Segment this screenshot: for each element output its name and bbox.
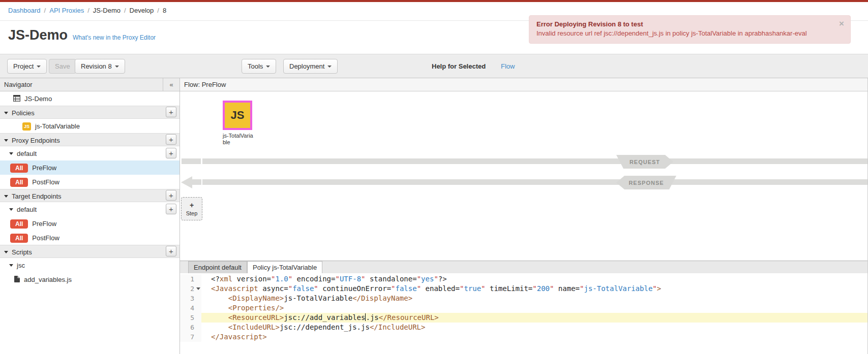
code-text: <ResourceURL>jsc://add_variables.js</Res… bbox=[201, 313, 439, 323]
code-lines[interactable]: 1<?xml version="1.0" encoding="UTF-8" st… bbox=[180, 273, 867, 354]
flow-header: Flow: PreFlow bbox=[180, 78, 867, 91]
sidebar-item-proxy-default[interactable]: default+ bbox=[0, 146, 179, 160]
code-line-3[interactable]: 3 <DisplayName>js-TotalVariable</Display… bbox=[180, 294, 867, 303]
code-line-5[interactable]: 5 <ResourceURL>jsc://add_variables.js</R… bbox=[180, 313, 867, 323]
code-text: <IncludeURL>jsc://dependent_js.js</Inclu… bbox=[201, 323, 425, 332]
toast-message: Invalid resource url ref jsc://dependent… bbox=[536, 29, 833, 38]
error-toast: Error Deploying Revision 8 to test Inval… bbox=[529, 15, 851, 44]
request-ribbon: REQUEST bbox=[616, 155, 673, 169]
tab-policy-js-totalvariable[interactable]: Policy js-TotalVariable bbox=[247, 261, 322, 273]
add-button[interactable]: + bbox=[166, 204, 176, 214]
line-number: 5 bbox=[180, 313, 201, 323]
js-badge: JS bbox=[22, 122, 31, 131]
page-title: JS-Demo bbox=[8, 27, 68, 43]
add-step-button[interactable]: + Step bbox=[181, 197, 202, 220]
sidebar-item-target-endpoints[interactable]: Target Endpoints+ bbox=[0, 189, 179, 202]
flow-canvas: JS js-TotalVariable REQUEST RESPONSE + S… bbox=[180, 91, 867, 261]
sidebar-item-label: add_variables.js bbox=[24, 276, 72, 283]
sidebar-item-policy-js-totalvariable[interactable]: JSjs-TotalVariable bbox=[0, 119, 179, 133]
sidebar-item-scripts[interactable]: Scripts+ bbox=[0, 245, 179, 258]
project-button[interactable]: Project bbox=[7, 59, 47, 74]
deployment-button[interactable]: Deployment bbox=[283, 59, 338, 74]
toast-title: Error Deploying Revision 8 to test bbox=[536, 20, 833, 28]
policy-node-label: js-TotalVariable bbox=[223, 133, 253, 146]
caret-down-icon[interactable] bbox=[4, 195, 8, 198]
code-line-1[interactable]: 1<?xml version="1.0" encoding="UTF-8" st… bbox=[180, 274, 867, 284]
code-line-2[interactable]: 2<Javascript async="false" continueOnErr… bbox=[180, 284, 867, 294]
fold-caret-icon[interactable] bbox=[196, 287, 200, 290]
sidebar-item-target-postflow[interactable]: AllPostFlow bbox=[0, 231, 179, 245]
caret-down-icon[interactable] bbox=[9, 152, 13, 155]
sidebar-item-label: PostFlow bbox=[32, 178, 59, 186]
response-lane bbox=[202, 179, 867, 185]
caret-down-icon[interactable] bbox=[4, 139, 8, 142]
code-line-7[interactable]: 7</Javascript> bbox=[180, 332, 867, 342]
top-accent-bar bbox=[0, 0, 868, 2]
step-label: Step bbox=[186, 210, 198, 216]
all-badge: All bbox=[10, 219, 28, 229]
close-icon[interactable]: × bbox=[839, 20, 844, 27]
all-badge: All bbox=[10, 234, 28, 243]
caret-down-icon[interactable] bbox=[4, 251, 8, 253]
code-line-6[interactable]: 6 <IncludeURL>jsc://dependent_js.js</Inc… bbox=[180, 323, 867, 332]
line-number: 6 bbox=[180, 323, 201, 332]
caret-down-icon bbox=[327, 66, 332, 68]
main-panel: Flow: PreFlow JS js-TotalVariable REQUES… bbox=[180, 78, 868, 354]
save-button[interactable]: Save bbox=[49, 59, 76, 74]
breadcrumb-item-8: 8 bbox=[163, 7, 166, 14]
line-number: 4 bbox=[180, 303, 201, 313]
sidebar-item-add-variables-js[interactable]: add_variables.js bbox=[0, 272, 179, 286]
request-lane-stub bbox=[182, 158, 201, 164]
breadcrumb-separator: / bbox=[124, 7, 126, 14]
policy-node-js-totalvariable[interactable]: JS js-TotalVariable bbox=[223, 101, 252, 146]
sidebar-item-target-default[interactable]: default+ bbox=[0, 202, 179, 216]
sidebar-item-label: Scripts bbox=[12, 248, 32, 256]
request-lane bbox=[202, 158, 867, 164]
breadcrumb-item-dashboard[interactable]: Dashboard bbox=[8, 7, 41, 14]
tab-endpoint-default[interactable]: Endpoint default bbox=[188, 261, 247, 273]
all-badge: All bbox=[10, 164, 28, 173]
file-icon bbox=[14, 273, 20, 287]
navigator-rows: JS-DemoPolicies+JSjs-TotalVariableProxy … bbox=[0, 91, 179, 286]
revision-button[interactable]: Revision 8 bbox=[75, 59, 125, 74]
caret-down-icon[interactable] bbox=[9, 208, 13, 211]
code-text: <Javascript async="false" continueOnErro… bbox=[201, 284, 661, 294]
add-button[interactable]: + bbox=[166, 134, 176, 145]
code-line-4[interactable]: 4 <Properties/> bbox=[180, 303, 867, 313]
javascript-policy-icon[interactable]: JS bbox=[223, 101, 252, 130]
whats-new-link[interactable]: What's new in the Proxy Editor bbox=[73, 34, 156, 41]
sidebar-item-proxy-preflow[interactable]: AllPreFlow bbox=[0, 160, 179, 175]
collapse-navigator-button[interactable]: « bbox=[163, 78, 179, 91]
sidebar-item-target-preflow[interactable]: AllPreFlow bbox=[0, 216, 179, 231]
help-for-selected-label: Help for Selected bbox=[432, 62, 486, 70]
add-button[interactable]: + bbox=[166, 148, 176, 158]
caret-down-icon bbox=[37, 66, 41, 68]
sidebar-item-jsc[interactable]: jsc bbox=[0, 258, 179, 272]
add-button[interactable]: + bbox=[166, 107, 176, 117]
sidebar-item-label: default bbox=[17, 206, 37, 213]
code-editor: Endpoint defaultPolicy js-TotalVariable … bbox=[180, 261, 867, 354]
add-button[interactable]: + bbox=[166, 190, 176, 201]
sidebar-item-proxy-endpoints[interactable]: Proxy Endpoints+ bbox=[0, 133, 179, 146]
flow-help-link[interactable]: Flow bbox=[501, 62, 515, 70]
tools-button[interactable]: Tools bbox=[242, 59, 276, 74]
breadcrumb: Dashboard/API Proxies/JS-Demo/Develop/8 bbox=[8, 7, 166, 14]
proxy-icon bbox=[13, 92, 20, 107]
breadcrumb-item-js-demo: JS-Demo bbox=[93, 7, 121, 14]
caret-down-icon bbox=[266, 66, 270, 68]
breadcrumb-item-api-proxies[interactable]: API Proxies bbox=[49, 7, 84, 14]
breadcrumb-separator: / bbox=[87, 7, 89, 14]
sidebar-item-proxy-postflow[interactable]: AllPostFlow bbox=[0, 175, 179, 189]
all-badge: All bbox=[10, 178, 28, 187]
add-button[interactable]: + bbox=[166, 246, 176, 256]
proxy-editor-page: Dashboard/API Proxies/JS-Demo/Develop/8 … bbox=[0, 0, 868, 354]
caret-down-icon[interactable] bbox=[4, 112, 8, 114]
sidebar-item-js-demo[interactable]: JS-Demo bbox=[0, 91, 179, 106]
sidebar-item-label: PostFlow bbox=[32, 234, 59, 242]
code-text: <Properties/> bbox=[201, 303, 284, 313]
caret-down-icon[interactable] bbox=[9, 264, 13, 267]
response-arrow-icon bbox=[181, 176, 192, 188]
sidebar-item-label: Proxy Endpoints bbox=[12, 137, 60, 144]
line-number: 3 bbox=[180, 294, 201, 303]
sidebar-item-policies[interactable]: Policies+ bbox=[0, 106, 179, 119]
